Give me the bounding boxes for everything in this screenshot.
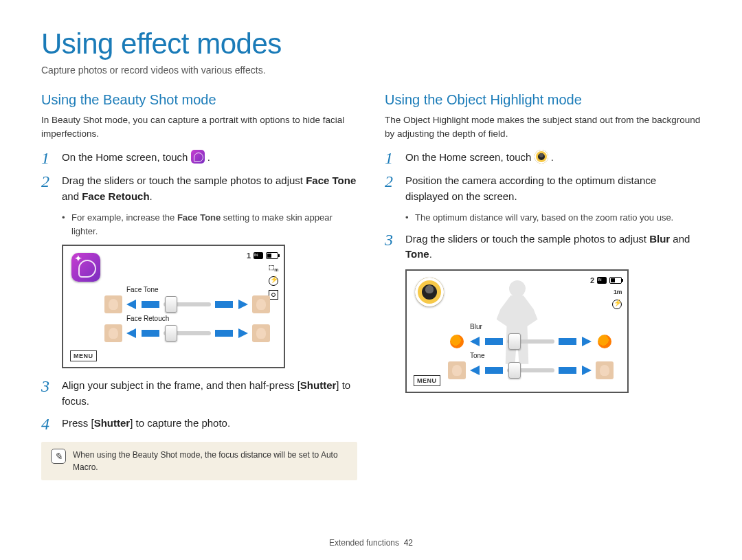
step1-text-pre: On the Home screen, touch xyxy=(62,151,191,163)
sample-thumb xyxy=(448,333,466,350)
step2-c: . xyxy=(150,190,153,202)
beauty-desc: In Beauty Shot mode, you can capture a p… xyxy=(41,113,357,140)
shot-count: 2 xyxy=(590,276,594,284)
resolution-icon: ⬚m xyxy=(269,264,278,272)
right-column: Using the Object Highlight mode The Obje… xyxy=(385,92,701,480)
flash-icon xyxy=(269,276,278,286)
slider2-label: Tone xyxy=(470,352,485,359)
arrow-right-icon xyxy=(238,300,248,309)
slider-knob[interactable] xyxy=(165,296,177,313)
step-number: 1 xyxy=(41,150,54,166)
step2-text-a: Drag the sliders or touch the sample pho… xyxy=(62,175,306,186)
s4a: Press [ xyxy=(62,417,94,429)
note-icon: ✎ xyxy=(51,449,66,464)
step-2-right: 2 Position the camera according to the o… xyxy=(385,173,701,204)
storage-icon xyxy=(597,277,607,284)
footer-section: Extended functions xyxy=(329,538,399,548)
r-s2: Position the camera according to the opt… xyxy=(405,173,701,204)
beauty-mode-icon xyxy=(71,253,100,282)
slider-track[interactable] xyxy=(507,368,554,372)
beauty-heading: Using the Beauty Shot mode xyxy=(41,92,357,108)
step1-text-post: . xyxy=(207,151,210,163)
blur-label: Blur xyxy=(649,233,670,245)
step-4-left: 4 Press [Shutter] to capture the photo. xyxy=(41,416,357,432)
step-number: 3 xyxy=(41,378,54,409)
r-s3c: . xyxy=(429,248,432,260)
step-2-left: 2 Drag the sliders or touch the sample p… xyxy=(41,173,357,204)
step-number: 4 xyxy=(41,416,54,432)
bullet-left: • For example, increase the Face Tone se… xyxy=(41,211,357,238)
step-number: 3 xyxy=(385,232,397,262)
step-number: 1 xyxy=(385,150,397,166)
r-s1-pre: On the Home screen, touch xyxy=(405,151,535,163)
sample-thumb xyxy=(252,295,270,313)
r-bullet: The optimum distance will vary, based on… xyxy=(415,211,673,225)
arrow-left-icon xyxy=(126,300,136,309)
step2-mid: and xyxy=(62,190,82,202)
sample-thumb xyxy=(596,361,614,379)
s4c: ] to capture the photo. xyxy=(130,417,230,429)
s3b: Shutter xyxy=(300,379,337,391)
sample-thumb xyxy=(104,295,122,313)
r-s3a: Drag the sliders or touch the sample pho… xyxy=(405,233,649,245)
note-text: When using the Beauty Shot mode, the foc… xyxy=(73,449,348,473)
arrow-right-icon xyxy=(582,337,592,346)
face-retouch-label: Face Retouch xyxy=(82,190,149,202)
page-subtitle: Capture photos or record videos with var… xyxy=(41,65,701,76)
sample-thumb xyxy=(252,324,270,342)
object-heading: Using the Object Highlight mode xyxy=(385,92,701,108)
r-s1-post: . xyxy=(551,151,554,163)
object-screenshot: 2 1m Blur Tone xyxy=(405,269,629,393)
battery-icon xyxy=(609,277,622,284)
object-desc: The Object Highlight mode makes the subj… xyxy=(385,113,701,140)
shot-count: 1 xyxy=(247,251,251,260)
slider2-label: Face Retouch xyxy=(126,315,169,322)
step-3-left: 3 Align your subject in the frame, and t… xyxy=(41,378,357,409)
face-tone-label: Face Tone xyxy=(306,175,356,186)
slider-track[interactable] xyxy=(164,302,211,306)
focus-icon xyxy=(269,290,278,300)
sample-thumb xyxy=(104,324,122,342)
flash-icon xyxy=(612,300,622,309)
arrow-right-icon xyxy=(582,366,592,375)
slider-knob[interactable] xyxy=(165,325,177,341)
step-3-right: 3 Drag the sliders or touch the sample p… xyxy=(385,232,701,262)
note-box: ✎ When using the Beauty Shot mode, the f… xyxy=(41,442,357,480)
storage-icon xyxy=(254,252,263,259)
page-footer: Extended functions 42 xyxy=(0,538,742,548)
slider-knob[interactable] xyxy=(508,333,521,350)
arrow-left-icon xyxy=(470,366,480,375)
slider1-label: Face Tone xyxy=(126,286,159,293)
s3a: Align your subject in the frame, and the… xyxy=(62,379,300,391)
bullet-a: For example, increase the xyxy=(71,212,177,223)
step-number: 2 xyxy=(385,173,397,204)
tone-label: Tone xyxy=(405,248,429,260)
sample-thumb xyxy=(448,361,466,379)
bullet-dot-icon: • xyxy=(405,211,409,225)
arrow-left-icon xyxy=(470,337,480,346)
arrow-right-icon xyxy=(238,328,248,338)
page-title: Using effect modes xyxy=(41,27,701,60)
battery-icon xyxy=(266,252,278,259)
menu-button[interactable]: MENU xyxy=(70,350,97,361)
status-area: 2 1m xyxy=(590,276,622,309)
resolution-label: 1m xyxy=(614,289,622,295)
step-1-right: 1 On the Home screen, touch . xyxy=(385,150,701,166)
slider1-label: Blur xyxy=(470,323,482,331)
menu-button[interactable]: MENU xyxy=(414,375,440,386)
status-area: 1 ⬚m xyxy=(247,251,278,300)
r-s3mid: and xyxy=(670,233,690,245)
bullet-dot-icon: • xyxy=(62,211,66,238)
object-mode-icon xyxy=(415,278,444,306)
footer-page: 42 xyxy=(404,538,413,548)
step-1-left: 1 On the Home screen, touch . xyxy=(41,150,357,166)
object-highlight-icon xyxy=(535,150,548,164)
beauty-screenshot: 1 ⬚m Face Tone Face Retouch xyxy=(62,245,285,368)
arrow-left-icon xyxy=(126,328,136,338)
s4b: Shutter xyxy=(94,417,131,429)
slider-track[interactable] xyxy=(507,339,554,344)
slider-knob[interactable] xyxy=(508,362,521,379)
slider-track[interactable] xyxy=(164,331,211,335)
beauty-shot-icon xyxy=(191,150,205,164)
step-number: 2 xyxy=(41,173,54,204)
